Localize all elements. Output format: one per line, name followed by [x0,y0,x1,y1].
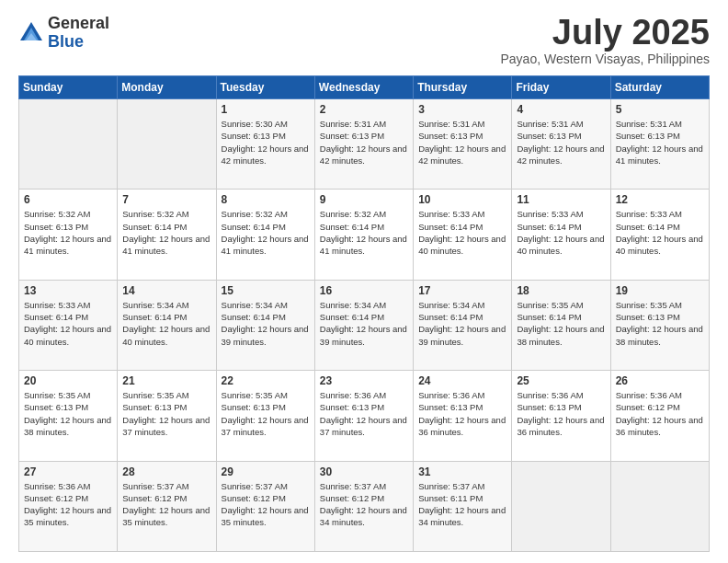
calendar-table: Sunday Monday Tuesday Wednesday Thursday… [18,75,710,552]
day-info: Sunrise: 5:32 AMSunset: 6:14 PMDaylight:… [320,208,408,257]
day-info: Sunrise: 5:33 AMSunset: 6:14 PMDaylight:… [418,208,506,257]
day-info: Sunrise: 5:30 AMSunset: 6:13 PMDaylight:… [222,118,310,167]
table-row: 29Sunrise: 5:37 AMSunset: 6:12 PMDayligh… [216,461,314,551]
day-info: Sunrise: 5:35 AMSunset: 6:13 PMDaylight:… [222,389,310,438]
table-row: 9Sunrise: 5:32 AMSunset: 6:14 PMDaylight… [314,190,413,280]
day-number: 10 [418,193,506,206]
day-number: 29 [222,465,310,478]
day-number: 24 [418,374,506,387]
day-info: Sunrise: 5:35 AMSunset: 6:13 PMDaylight:… [122,389,210,438]
day-number: 16 [320,284,408,297]
day-number: 9 [320,193,408,206]
table-row: 22Sunrise: 5:35 AMSunset: 6:13 PMDayligh… [216,371,314,461]
day-info: Sunrise: 5:36 AMSunset: 6:12 PMDaylight:… [616,389,704,438]
day-number: 20 [24,374,112,387]
day-number: 14 [122,284,210,297]
col-tuesday: Tuesday [216,76,314,99]
logo-general-text: General [48,15,109,33]
month-title: July 2025 [501,15,711,50]
day-info: Sunrise: 5:35 AMSunset: 6:13 PMDaylight:… [616,299,704,348]
day-info: Sunrise: 5:37 AMSunset: 6:12 PMDaylight:… [122,480,210,529]
table-row: 8Sunrise: 5:32 AMSunset: 6:14 PMDaylight… [216,190,314,280]
calendar-week-row: 27Sunrise: 5:36 AMSunset: 6:12 PMDayligh… [19,461,710,551]
table-row: 10Sunrise: 5:33 AMSunset: 6:14 PMDayligh… [414,190,512,280]
day-number: 6 [24,193,112,206]
col-saturday: Saturday [610,76,709,99]
day-number: 11 [517,193,605,206]
day-info: Sunrise: 5:31 AMSunset: 6:13 PMDaylight:… [616,118,704,167]
day-info: Sunrise: 5:33 AMSunset: 6:14 PMDaylight:… [517,208,605,257]
table-row: 13Sunrise: 5:33 AMSunset: 6:14 PMDayligh… [19,280,118,370]
day-info: Sunrise: 5:36 AMSunset: 6:13 PMDaylight:… [517,389,605,438]
day-number: 18 [517,284,605,297]
logo-blue-text: Blue [48,33,109,52]
table-row: 3Sunrise: 5:31 AMSunset: 6:13 PMDaylight… [414,99,512,190]
table-row: 17Sunrise: 5:34 AMSunset: 6:14 PMDayligh… [414,280,512,370]
table-row: 2Sunrise: 5:31 AMSunset: 6:13 PMDaylight… [314,99,413,190]
col-monday: Monday [118,76,216,99]
day-info: Sunrise: 5:35 AMSunset: 6:14 PMDaylight:… [517,299,605,348]
day-info: Sunrise: 5:35 AMSunset: 6:13 PMDaylight:… [24,389,112,438]
day-info: Sunrise: 5:31 AMSunset: 6:13 PMDaylight:… [517,118,605,167]
day-info: Sunrise: 5:36 AMSunset: 6:13 PMDaylight:… [320,389,408,438]
table-row: 16Sunrise: 5:34 AMSunset: 6:14 PMDayligh… [314,280,413,370]
subtitle: Payao, Western Visayas, Philippines [501,52,711,66]
day-number: 17 [418,284,506,297]
page: General Blue July 2025 Payao, Western Vi… [0,0,728,563]
calendar-week-row: 20Sunrise: 5:35 AMSunset: 6:13 PMDayligh… [19,371,710,461]
col-friday: Friday [512,76,610,99]
day-number: 2 [320,103,408,116]
day-info: Sunrise: 5:32 AMSunset: 6:14 PMDaylight:… [222,208,310,257]
day-number: 26 [616,374,704,387]
day-number: 3 [418,103,506,116]
calendar-week-row: 13Sunrise: 5:33 AMSunset: 6:14 PMDayligh… [19,280,710,370]
day-info: Sunrise: 5:37 AMSunset: 6:11 PMDaylight:… [418,480,506,529]
table-row: 21Sunrise: 5:35 AMSunset: 6:13 PMDayligh… [118,371,216,461]
day-info: Sunrise: 5:32 AMSunset: 6:13 PMDaylight:… [24,208,112,257]
day-number: 15 [222,284,310,297]
title-block: July 2025 Payao, Western Visayas, Philip… [501,15,711,66]
col-sunday: Sunday [19,76,118,99]
day-info: Sunrise: 5:36 AMSunset: 6:12 PMDaylight:… [24,480,112,529]
logo-text: General Blue [48,15,109,52]
table-row: 12Sunrise: 5:33 AMSunset: 6:14 PMDayligh… [610,190,709,280]
table-row: 31Sunrise: 5:37 AMSunset: 6:11 PMDayligh… [414,461,512,551]
day-number: 22 [222,374,310,387]
day-info: Sunrise: 5:33 AMSunset: 6:14 PMDaylight:… [616,208,704,257]
table-row [610,461,709,551]
header: General Blue July 2025 Payao, Western Vi… [18,15,710,66]
table-row: 23Sunrise: 5:36 AMSunset: 6:13 PMDayligh… [314,371,413,461]
day-info: Sunrise: 5:34 AMSunset: 6:14 PMDaylight:… [418,299,506,348]
table-row: 11Sunrise: 5:33 AMSunset: 6:14 PMDayligh… [512,190,610,280]
table-row: 30Sunrise: 5:37 AMSunset: 6:12 PMDayligh… [314,461,413,551]
day-number: 13 [24,284,112,297]
table-row: 19Sunrise: 5:35 AMSunset: 6:13 PMDayligh… [610,280,709,370]
day-info: Sunrise: 5:32 AMSunset: 6:14 PMDaylight:… [122,208,210,257]
day-info: Sunrise: 5:33 AMSunset: 6:14 PMDaylight:… [24,299,112,348]
table-row: 5Sunrise: 5:31 AMSunset: 6:13 PMDaylight… [610,99,709,190]
table-row [19,99,118,190]
day-number: 12 [616,193,704,206]
table-row: 25Sunrise: 5:36 AMSunset: 6:13 PMDayligh… [512,371,610,461]
day-info: Sunrise: 5:36 AMSunset: 6:13 PMDaylight:… [418,389,506,438]
logo: General Blue [18,15,109,52]
day-info: Sunrise: 5:37 AMSunset: 6:12 PMDaylight:… [222,480,310,529]
day-number: 28 [122,465,210,478]
day-number: 21 [122,374,210,387]
day-number: 25 [517,374,605,387]
table-row: 20Sunrise: 5:35 AMSunset: 6:13 PMDayligh… [19,371,118,461]
day-number: 27 [24,465,112,478]
day-number: 7 [122,193,210,206]
day-number: 30 [320,465,408,478]
table-row: 28Sunrise: 5:37 AMSunset: 6:12 PMDayligh… [118,461,216,551]
day-info: Sunrise: 5:37 AMSunset: 6:12 PMDaylight:… [320,480,408,529]
day-number: 1 [222,103,310,116]
day-number: 31 [418,465,506,478]
table-row: 27Sunrise: 5:36 AMSunset: 6:12 PMDayligh… [19,461,118,551]
table-row: 7Sunrise: 5:32 AMSunset: 6:14 PMDaylight… [118,190,216,280]
day-number: 4 [517,103,605,116]
day-info: Sunrise: 5:34 AMSunset: 6:14 PMDaylight:… [122,299,210,348]
table-row: 1Sunrise: 5:30 AMSunset: 6:13 PMDaylight… [216,99,314,190]
calendar-header-row: Sunday Monday Tuesday Wednesday Thursday… [19,76,710,99]
day-number: 19 [616,284,704,297]
